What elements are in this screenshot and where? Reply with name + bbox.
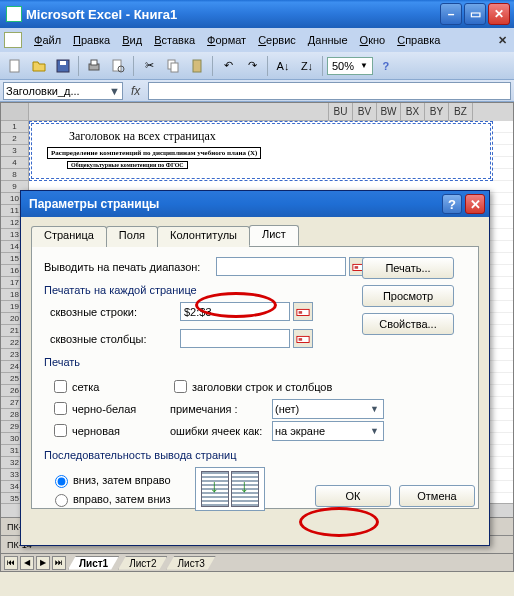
draft-checkbox[interactable] [54,424,67,437]
grid-label: сетка [72,381,99,393]
cut-icon[interactable]: ✂ [138,55,160,77]
help-icon[interactable]: ? [375,55,397,77]
properties-button[interactable]: Свойства... [362,313,454,335]
sheet-tab-1[interactable]: Лист1 [68,556,119,570]
cols-input[interactable] [180,329,290,348]
preview-icon[interactable] [107,55,129,77]
maximize-button[interactable]: ▭ [464,3,486,25]
menu-вставка[interactable]: Вставка [148,32,201,48]
bw-checkbox[interactable] [54,402,67,415]
headings-label: заголовки строк и столбцов [192,381,332,393]
row-header[interactable]: 1 [1,121,29,133]
bw-label: черно-белая [72,403,136,415]
zoom-value: 50% [332,60,354,72]
cancel-button[interactable]: Отмена [399,485,475,507]
dialog-close-button[interactable]: ✕ [465,194,485,214]
main-titlebar: Microsoft Excel - Книга1 – ▭ ✕ [0,0,514,28]
sort-desc-icon[interactable]: Z↓ [296,55,318,77]
save-icon[interactable] [52,55,74,77]
column-headers[interactable]: BU BV BW BX BY BZ [1,103,513,121]
print-button[interactable]: Печать... [362,257,454,279]
close-doc-button[interactable]: ✕ [494,32,510,48]
fx-icon[interactable]: fx [123,84,148,98]
menu-вид[interactable]: Вид [116,32,148,48]
tab-sheet[interactable]: Лист [249,225,299,246]
row-header[interactable]: 8 [1,169,29,181]
grid-checkbox[interactable] [54,380,67,393]
sheet-tab-3[interactable]: Лист3 [166,556,215,570]
tab-nav-next[interactable]: ▶ [36,556,50,570]
preview-button[interactable]: Просмотр [362,285,454,307]
menu-сервис[interactable]: Сервис [252,32,302,48]
cols-picker-icon[interactable] [293,329,313,348]
svg-rect-9 [193,60,201,72]
draft-label: черновая [72,425,120,437]
paste-icon[interactable] [186,55,208,77]
formula-bar: Заголовки_д... ▼ fx [0,80,514,102]
print-icon[interactable] [83,55,105,77]
sort-asc-icon[interactable]: A↓ [272,55,294,77]
section-order-label: Последовательность вывода страниц [44,449,466,461]
cell-subtitle-2: Общекультурные компетенции по ФГОС [67,161,188,169]
menu-данные[interactable]: Данные [302,32,354,48]
tab-page[interactable]: Страница [31,226,107,247]
errors-value: на экране [275,425,325,437]
formula-input[interactable] [148,82,511,100]
page-order-preview-icon: ↓ ↓ [195,467,265,511]
name-box-value: Заголовки_д... [6,85,80,97]
excel-icon [6,6,22,22]
copy-icon[interactable] [162,55,184,77]
new-icon[interactable] [4,55,26,77]
order-over-radio[interactable] [55,494,68,507]
dialog-title: Параметры страницы [29,197,159,211]
minimize-button[interactable]: – [440,3,462,25]
svg-rect-2 [60,61,66,65]
menu-файл[interactable]: Файл [28,32,67,48]
ok-button[interactable]: ОК [315,485,391,507]
order-down-radio[interactable] [55,475,68,488]
sheet-tab-2[interactable]: Лист2 [118,556,167,570]
tab-nav-prev[interactable]: ◀ [20,556,34,570]
notes-value: (нет) [275,403,299,415]
menu-правка[interactable]: Правка [67,32,116,48]
row-header[interactable]: 4 [1,157,29,169]
rows-input[interactable] [180,302,290,321]
menu-окно[interactable]: Окно [354,32,392,48]
name-box[interactable]: Заголовки_д... ▼ [3,82,123,100]
cell-title: Заголовок на всех страницах [69,129,216,144]
workbook-icon [4,32,22,48]
undo-icon[interactable]: ↶ [217,55,239,77]
sheet-tabs: ⏮ ◀ ▶ ⏭ Лист1 Лист2 Лист3 [1,553,513,571]
row-header[interactable]: 3 [1,145,29,157]
menubar: ФайлПравкаВидВставкаФорматСервисДанныеОк… [0,28,514,52]
tab-headerfooter[interactable]: Колонтитулы [157,226,250,247]
zoom-combo[interactable]: 50% ▼ [327,57,373,75]
tab-margins[interactable]: Поля [106,226,158,247]
notes-combo[interactable]: (нет)▼ [272,399,384,419]
app-title: Microsoft Excel - Книга1 [26,7,177,22]
select-all-corner[interactable] [1,103,29,121]
dialog-help-button[interactable]: ? [442,194,462,214]
close-button[interactable]: ✕ [488,3,510,25]
tab-nav-last[interactable]: ⏭ [52,556,66,570]
row-header[interactable]: 2 [1,133,29,145]
open-icon[interactable] [28,55,50,77]
errors-combo[interactable]: на экране▼ [272,421,384,441]
tab-nav-first[interactable]: ⏮ [4,556,18,570]
section-print-label: Печать [44,356,466,368]
rows-picker-icon[interactable] [293,302,313,321]
print-range-input[interactable] [216,257,346,276]
svg-rect-8 [171,63,178,72]
headings-checkbox[interactable] [174,380,187,393]
cell-subtitle-1: Распределение компетенций по дисциплинам… [47,147,261,159]
redo-icon[interactable]: ↷ [241,55,263,77]
svg-rect-13 [299,311,303,314]
print-range-label: Выводить на печать диапазон: [44,261,216,273]
menu-формат[interactable]: Формат [201,32,252,48]
svg-rect-15 [299,338,303,341]
order-over-label: вправо, затем вниз [73,493,171,505]
menu-справка[interactable]: Справка [391,32,446,48]
svg-rect-0 [10,60,19,72]
svg-rect-5 [113,60,121,71]
errors-label: ошибки ячеек как: [170,425,272,437]
